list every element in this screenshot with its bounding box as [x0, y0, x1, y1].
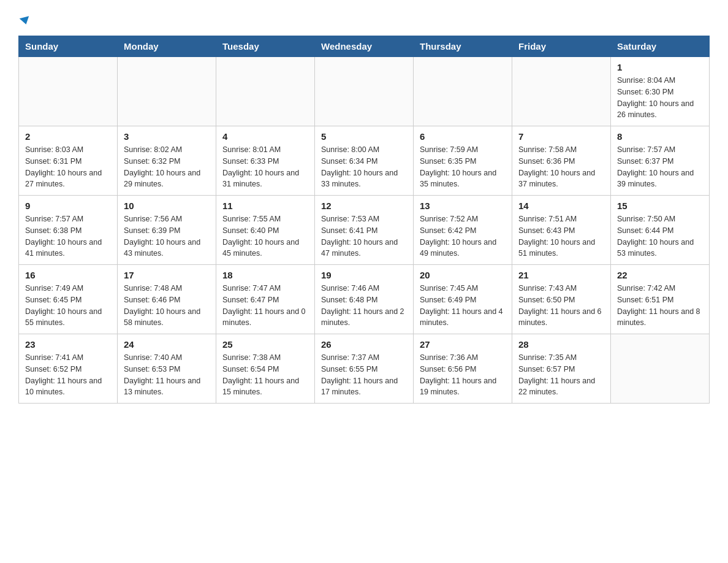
day-number: 28 [518, 339, 604, 350]
day-number: 25 [222, 339, 308, 350]
day-number: 24 [124, 339, 210, 350]
day-number: 8 [617, 131, 703, 142]
calendar-day-cell: 6Sunrise: 7:59 AM Sunset: 6:35 PM Daylig… [414, 126, 512, 196]
day-info: Sunrise: 7:38 AM Sunset: 6:54 PM Dayligh… [222, 352, 308, 398]
day-number: 6 [420, 131, 506, 142]
day-info: Sunrise: 7:49 AM Sunset: 6:45 PM Dayligh… [25, 283, 111, 329]
day-info: Sunrise: 8:01 AM Sunset: 6:33 PM Dayligh… [222, 144, 308, 190]
day-number: 19 [321, 270, 407, 280]
calendar-day-cell [118, 57, 216, 126]
weekday-header-monday: Monday [118, 36, 216, 57]
logo [18, 12, 30, 28]
calendar-day-cell [611, 334, 710, 404]
calendar-week-row: 23Sunrise: 7:41 AM Sunset: 6:52 PM Dayli… [19, 334, 710, 404]
weekday-header-tuesday: Tuesday [216, 36, 315, 57]
weekday-header-friday: Friday [512, 36, 611, 57]
calendar-week-row: 1Sunrise: 8:04 AM Sunset: 6:30 PM Daylig… [19, 57, 710, 126]
calendar-day-cell: 25Sunrise: 7:38 AM Sunset: 6:54 PM Dayli… [216, 334, 315, 404]
day-info: Sunrise: 7:42 AM Sunset: 6:51 PM Dayligh… [617, 283, 703, 329]
day-number: 20 [420, 270, 506, 280]
day-info: Sunrise: 7:46 AM Sunset: 6:48 PM Dayligh… [321, 283, 407, 329]
calendar-body: 1Sunrise: 8:04 AM Sunset: 6:30 PM Daylig… [19, 57, 710, 404]
calendar-day-cell: 10Sunrise: 7:56 AM Sunset: 6:39 PM Dayli… [118, 196, 216, 265]
day-number: 1 [617, 62, 703, 72]
calendar-day-cell: 3Sunrise: 8:02 AM Sunset: 6:32 PM Daylig… [118, 126, 216, 196]
day-number: 4 [222, 131, 308, 142]
day-info: Sunrise: 7:36 AM Sunset: 6:56 PM Dayligh… [420, 352, 506, 398]
day-info: Sunrise: 7:53 AM Sunset: 6:41 PM Dayligh… [321, 213, 407, 259]
day-number: 7 [518, 131, 604, 142]
calendar-day-cell: 17Sunrise: 7:48 AM Sunset: 6:46 PM Dayli… [118, 265, 216, 334]
calendar-day-cell: 1Sunrise: 8:04 AM Sunset: 6:30 PM Daylig… [611, 57, 710, 126]
day-info: Sunrise: 7:35 AM Sunset: 6:57 PM Dayligh… [518, 352, 604, 398]
calendar-header: SundayMondayTuesdayWednesdayThursdayFrid… [19, 36, 710, 57]
calendar-day-cell: 2Sunrise: 8:03 AM Sunset: 6:31 PM Daylig… [19, 126, 118, 196]
day-number: 15 [617, 201, 703, 211]
calendar-day-cell: 23Sunrise: 7:41 AM Sunset: 6:52 PM Dayli… [19, 334, 118, 404]
day-info: Sunrise: 7:48 AM Sunset: 6:46 PM Dayligh… [124, 283, 210, 329]
calendar-day-cell: 26Sunrise: 7:37 AM Sunset: 6:55 PM Dayli… [315, 334, 414, 404]
day-number: 27 [420, 339, 506, 350]
weekday-header-row: SundayMondayTuesdayWednesdayThursdayFrid… [19, 36, 710, 57]
day-number: 12 [321, 201, 407, 211]
day-number: 18 [222, 270, 308, 280]
calendar-day-cell: 21Sunrise: 7:43 AM Sunset: 6:50 PM Dayli… [512, 265, 611, 334]
calendar-day-cell [19, 57, 118, 126]
calendar-day-cell: 13Sunrise: 7:52 AM Sunset: 6:42 PM Dayli… [414, 196, 512, 265]
calendar-day-cell: 27Sunrise: 7:36 AM Sunset: 6:56 PM Dayli… [414, 334, 512, 404]
calendar-week-row: 16Sunrise: 7:49 AM Sunset: 6:45 PM Dayli… [19, 265, 710, 334]
calendar-day-cell: 11Sunrise: 7:55 AM Sunset: 6:40 PM Dayli… [216, 196, 315, 265]
calendar-week-row: 2Sunrise: 8:03 AM Sunset: 6:31 PM Daylig… [19, 126, 710, 196]
day-info: Sunrise: 7:57 AM Sunset: 6:37 PM Dayligh… [617, 144, 703, 190]
day-number: 23 [25, 339, 111, 350]
day-info: Sunrise: 8:02 AM Sunset: 6:32 PM Dayligh… [124, 144, 210, 190]
day-number: 3 [124, 131, 210, 142]
day-info: Sunrise: 7:50 AM Sunset: 6:44 PM Dayligh… [617, 213, 703, 259]
calendar-day-cell: 12Sunrise: 7:53 AM Sunset: 6:41 PM Dayli… [315, 196, 414, 265]
calendar-day-cell: 22Sunrise: 7:42 AM Sunset: 6:51 PM Dayli… [611, 265, 710, 334]
day-number: 9 [25, 201, 111, 211]
day-info: Sunrise: 7:55 AM Sunset: 6:40 PM Dayligh… [222, 213, 308, 259]
day-info: Sunrise: 7:47 AM Sunset: 6:47 PM Dayligh… [222, 283, 308, 329]
calendar-week-row: 9Sunrise: 7:57 AM Sunset: 6:38 PM Daylig… [19, 196, 710, 265]
calendar-day-cell: 19Sunrise: 7:46 AM Sunset: 6:48 PM Dayli… [315, 265, 414, 334]
calendar-day-cell [414, 57, 512, 126]
calendar-day-cell: 5Sunrise: 8:00 AM Sunset: 6:34 PM Daylig… [315, 126, 414, 196]
day-number: 2 [25, 131, 111, 142]
weekday-header-sunday: Sunday [19, 36, 118, 57]
weekday-header-thursday: Thursday [414, 36, 512, 57]
day-number: 13 [420, 201, 506, 211]
day-info: Sunrise: 7:41 AM Sunset: 6:52 PM Dayligh… [25, 352, 111, 398]
weekday-header-saturday: Saturday [611, 36, 710, 57]
day-info: Sunrise: 7:45 AM Sunset: 6:49 PM Dayligh… [420, 283, 506, 329]
day-info: Sunrise: 7:52 AM Sunset: 6:42 PM Dayligh… [420, 213, 506, 259]
calendar-day-cell: 9Sunrise: 7:57 AM Sunset: 6:38 PM Daylig… [19, 196, 118, 265]
day-number: 10 [124, 201, 210, 211]
day-info: Sunrise: 7:58 AM Sunset: 6:36 PM Dayligh… [518, 144, 604, 190]
day-info: Sunrise: 7:59 AM Sunset: 6:35 PM Dayligh… [420, 144, 506, 190]
calendar-day-cell [216, 57, 315, 126]
day-number: 22 [617, 270, 703, 280]
calendar-day-cell: 18Sunrise: 7:47 AM Sunset: 6:47 PM Dayli… [216, 265, 315, 334]
calendar-day-cell: 28Sunrise: 7:35 AM Sunset: 6:57 PM Dayli… [512, 334, 611, 404]
calendar-day-cell: 24Sunrise: 7:40 AM Sunset: 6:53 PM Dayli… [118, 334, 216, 404]
calendar-day-cell: 14Sunrise: 7:51 AM Sunset: 6:43 PM Dayli… [512, 196, 611, 265]
calendar-day-cell: 8Sunrise: 7:57 AM Sunset: 6:37 PM Daylig… [611, 126, 710, 196]
page-header [18, 12, 710, 28]
day-number: 17 [124, 270, 210, 280]
day-info: Sunrise: 8:03 AM Sunset: 6:31 PM Dayligh… [25, 144, 111, 190]
calendar-day-cell: 7Sunrise: 7:58 AM Sunset: 6:36 PM Daylig… [512, 126, 611, 196]
day-number: 14 [518, 201, 604, 211]
calendar-day-cell [315, 57, 414, 126]
day-number: 16 [25, 270, 111, 280]
weekday-header-wednesday: Wednesday [315, 36, 414, 57]
calendar-day-cell: 20Sunrise: 7:45 AM Sunset: 6:49 PM Dayli… [414, 265, 512, 334]
day-number: 21 [518, 270, 604, 280]
day-info: Sunrise: 7:51 AM Sunset: 6:43 PM Dayligh… [518, 213, 604, 259]
day-number: 11 [222, 201, 308, 211]
day-info: Sunrise: 7:57 AM Sunset: 6:38 PM Dayligh… [25, 213, 111, 259]
calendar-table: SundayMondayTuesdayWednesdayThursdayFrid… [18, 36, 710, 404]
calendar-day-cell: 4Sunrise: 8:01 AM Sunset: 6:33 PM Daylig… [216, 126, 315, 196]
logo-triangle-icon [20, 16, 31, 26]
calendar-day-cell: 15Sunrise: 7:50 AM Sunset: 6:44 PM Dayli… [611, 196, 710, 265]
